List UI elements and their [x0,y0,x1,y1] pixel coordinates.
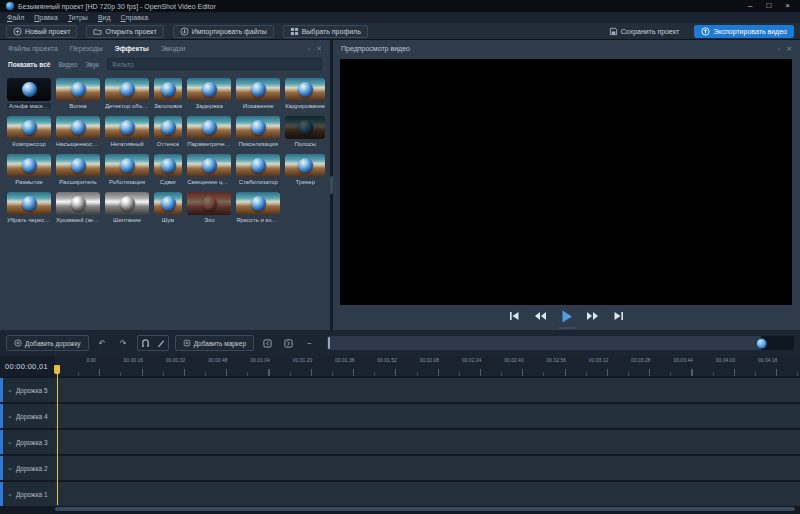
effect-item[interactable]: Искажение [236,78,280,109]
tracks-area: ⌄Дорожка 5 ⌄Дорожка 4 ⌄Дорожка 3 ⌄Дорожк… [0,378,800,506]
main-toolbar: Новый проект Открыть проект Импортироват… [0,23,800,40]
rewind-button[interactable] [533,309,549,323]
effect-item[interactable]: Убрать чересстр... [7,192,51,223]
new-project-button[interactable]: Новый проект [6,25,77,38]
track-header[interactable]: ⌄Дорожка 5 [0,378,55,402]
effect-item[interactable]: Расширитель [56,154,100,185]
effect-item[interactable]: Альфа маска и ... [7,78,51,109]
effect-item[interactable]: Кадрирование [285,78,325,109]
effect-item[interactable]: Полосы [285,116,325,147]
transport-controls [333,305,800,327]
edit-tools-group [137,335,169,351]
effect-item[interactable]: Компрессор [7,116,51,147]
menu-view[interactable]: Вид [98,14,111,21]
close-button[interactable]: × [785,1,790,11]
menu-file[interactable]: Файл [7,14,24,21]
menu-titles[interactable]: Титры [68,14,88,21]
track-lane[interactable] [55,482,800,506]
zoom-slider-handle[interactable] [756,338,767,349]
video-preview[interactable] [340,59,792,305]
export-video-button[interactable]: Экспортировать видео [694,25,794,38]
choose-profile-button[interactable]: Выбрать профиль [283,25,368,38]
effect-item[interactable]: Шум [154,192,182,223]
jump-to-end-icon [613,311,624,321]
effect-thumbnail [56,116,100,139]
zoom-slider-range [327,336,761,350]
effect-item[interactable]: Оттенок [154,116,182,147]
track-header[interactable]: ⌄Дорожка 2 [0,456,55,480]
filter-audio[interactable]: Звук [85,61,98,68]
next-marker-button[interactable] [281,336,296,351]
timeline-ruler[interactable]: 0.0000.00.1600.00.3200.00.4800.01.0400.0… [55,356,800,376]
effect-item[interactable]: Насыщенность ц... [56,116,100,147]
play-icon [561,310,573,323]
redo-button[interactable]: ↷ [116,336,131,351]
save-project-button[interactable]: Сохранить проект [602,25,687,38]
track-header[interactable]: ⌄Дорожка 3 [0,430,55,454]
effect-item[interactable]: Яркость и контраст [236,192,280,223]
open-project-icon [93,27,102,36]
track-lane[interactable] [55,430,800,454]
effect-item[interactable]: Параметрическ... [187,116,231,147]
effect-item[interactable]: Роботизация [105,154,149,185]
effect-item[interactable]: Детектор объек... [105,78,149,109]
effect-item[interactable]: Негативный [105,116,149,147]
effects-panel: Файлы проекта Переходы Эффекты Эмодзи ▫ … [0,40,330,330]
vertical-splitter[interactable] [330,40,333,330]
effect-thumbnail [154,154,182,177]
effect-item[interactable]: Задержка [187,78,231,109]
effects-filter-input[interactable] [107,58,322,70]
add-marker-button[interactable]: Добавить маркер [175,335,254,351]
filter-video[interactable]: Видео [58,61,77,68]
tab-project-files[interactable]: Файлы проекта [8,45,58,52]
effect-item[interactable]: Стабилизатор [236,154,280,185]
effect-item[interactable]: Пикселизация [236,116,280,147]
fast-forward-button[interactable] [585,309,601,323]
import-files-button[interactable]: Импортировать файлы [173,25,274,38]
effect-item[interactable]: Трекер [285,154,325,185]
effect-item[interactable]: Хромакей (зеле... [56,192,100,223]
zoom-out-button[interactable]: − [302,336,317,351]
track-lane[interactable] [55,404,800,428]
jump-to-end-button[interactable] [611,309,627,323]
maximize-button[interactable]: □ [766,1,771,11]
effect-thumbnail [236,116,280,139]
effect-item[interactable]: Эхо [187,192,231,223]
effect-item[interactable]: Шептание [105,192,149,223]
tab-effects[interactable]: Эффекты [115,45,149,52]
panel-close-icon[interactable]: ✕ [316,45,322,53]
effect-item[interactable]: Сдвиг [154,154,182,185]
razor-tool-button[interactable] [153,336,168,351]
snapping-magnet-button[interactable] [138,336,153,351]
effect-item[interactable]: Размытие [7,154,51,185]
effect-item[interactable]: Заголовок [154,78,182,109]
play-button[interactable] [559,309,575,323]
menu-edit[interactable]: Правка [34,14,58,21]
timeline-horizontal-scrollbar[interactable] [55,507,795,511]
undo-button[interactable]: ↶ [95,336,110,351]
track-header[interactable]: ⌄Дорожка 1 [0,482,55,506]
track-lane[interactable] [55,456,800,480]
track-lane[interactable] [55,378,800,402]
effect-item[interactable]: Волна [56,78,100,109]
jump-to-start-button[interactable] [507,309,523,323]
menu-help[interactable]: Справка [121,14,148,21]
track-row: ⌄Дорожка 2 [0,456,800,480]
filter-show-all[interactable]: Показать всё [8,61,50,68]
zoom-slider-left-handle[interactable] [328,337,330,349]
open-project-button[interactable]: Открыть проект [86,25,163,38]
tab-emoji[interactable]: Эмодзи [161,45,186,52]
track-header[interactable]: ⌄Дорожка 4 [0,404,55,428]
add-track-button[interactable]: Добавить дорожку [6,335,89,351]
chevron-down-icon: ⌄ [7,491,13,497]
minimize-button[interactable]: – [748,1,752,11]
import-files-icon [180,27,189,36]
panel-float-icon[interactable]: ▫ [308,45,310,53]
timeline-zoom-slider[interactable] [327,336,794,350]
effect-item[interactable]: Смещение цвета [187,154,231,185]
ruler-row: 00:00:00,01 0.0000.00.1600.00.3200.00.48… [0,356,800,376]
tab-transitions[interactable]: Переходы [70,45,103,52]
previous-marker-button[interactable] [260,336,275,351]
panel-float-icon[interactable]: ▫ [778,45,780,53]
panel-close-icon[interactable]: ✕ [786,45,792,53]
